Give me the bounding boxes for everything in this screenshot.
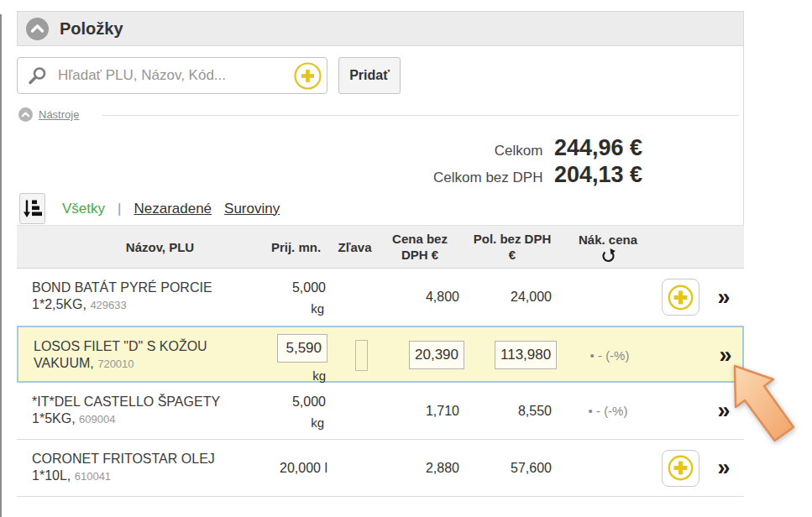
tools-toggle[interactable]: Nástroje xyxy=(18,107,79,122)
tools-divider xyxy=(102,115,739,116)
search-box xyxy=(17,57,327,94)
plus-icon xyxy=(668,455,694,481)
search-input[interactable] xyxy=(56,66,327,85)
qty-unit: kg xyxy=(256,301,326,316)
collapse-tools-icon xyxy=(18,107,33,122)
total-value: 244,96 € xyxy=(554,135,642,160)
column-header-unit-price: Cena bez DPH € xyxy=(374,231,466,263)
tab-separator: | xyxy=(118,201,121,217)
discount-input[interactable] xyxy=(355,340,368,371)
expand-row-chevron[interactable]: » xyxy=(719,344,731,367)
qty-cell: 5,000 kg xyxy=(256,383,336,439)
purchase-price-cell xyxy=(558,269,657,326)
qty-cell: kg xyxy=(258,327,338,383)
item-name: LOSOS FILET "D" S KOŽOU xyxy=(34,338,258,355)
item-plu: 429633 xyxy=(90,299,126,311)
item-name: BOND BATÁT PYRÉ PORCIE xyxy=(32,279,256,296)
expand-row-cell: » xyxy=(705,327,746,383)
item-detail: 1*10L, 610041 xyxy=(32,467,256,485)
table-row[interactable]: CORONET FRITOSTAR OLEJ 1*10L, 610041 20,… xyxy=(17,440,744,497)
unit-price-value: 1,710 xyxy=(374,383,466,439)
qty-input[interactable] xyxy=(277,334,327,363)
add-button[interactable]: Pridať xyxy=(338,57,401,94)
expand-row-chevron[interactable]: » xyxy=(717,286,730,309)
search-icon xyxy=(28,65,48,86)
tab-unsorted[interactable]: Nezaradené xyxy=(134,201,212,217)
item-name: CORONET FRITOSTAR OLEJ xyxy=(32,451,256,467)
collapse-panel-icon[interactable] xyxy=(26,18,49,40)
refresh-icon[interactable] xyxy=(601,248,616,263)
qty-value: 5,000 xyxy=(256,280,326,295)
window-left-edge xyxy=(0,14,2,517)
sort-button[interactable] xyxy=(19,193,45,224)
unit-price-input[interactable] xyxy=(409,341,464,369)
purchase-price-cell: • - (-%) xyxy=(560,327,659,383)
total-label: Celkom xyxy=(495,143,543,159)
discount-cell xyxy=(338,327,375,383)
unit-price-value: 4,800 xyxy=(374,269,466,326)
line-total-input[interactable] xyxy=(495,341,557,369)
item-plu: 609004 xyxy=(79,413,115,426)
page-title: Položky xyxy=(60,19,123,39)
item-name-cell: BOND BATÁT PYRÉ PORCIE 1*2,5KG, 429633 xyxy=(17,269,256,326)
unit-price-cell xyxy=(375,327,468,383)
discount-cell xyxy=(336,269,374,326)
tools-label[interactable]: Nástroje xyxy=(39,108,79,121)
qty-unit: kg xyxy=(256,415,326,430)
item-plu: 720010 xyxy=(97,358,134,370)
discount-cell xyxy=(336,383,374,439)
line-total-cell xyxy=(468,327,560,383)
total-no-vat-line: Celkom bez DPH 204,13 € xyxy=(17,162,642,188)
tab-raw-materials[interactable]: Suroviny xyxy=(224,201,280,217)
table-row-selected[interactable]: LOSOS FILET "D" S KOŽOU VAKUUM, 720010 k… xyxy=(17,326,744,383)
line-total-value: 8,550 xyxy=(466,383,558,439)
line-total-value: 24,000 xyxy=(466,269,558,326)
qty-value: 5,000 xyxy=(256,394,326,410)
items-table: Názov, PLU Prij. mn. Zľava Cena bez DPH … xyxy=(17,225,744,497)
column-header-line-total: Pol. bez DPH € xyxy=(466,231,558,263)
purchase-price-cell: • - (-%) xyxy=(558,383,657,439)
plus-icon xyxy=(668,285,694,311)
item-detail: 1*2,5KG, 429633 xyxy=(32,296,256,314)
column-header-qty: Prij. mn. xyxy=(256,239,336,255)
panel-header: Položky xyxy=(17,11,744,46)
qty-cell: 5,000 kg xyxy=(256,269,336,326)
discount-cell xyxy=(336,440,374,496)
qty-value: 20,000 l xyxy=(280,461,327,476)
expand-row-cell: » xyxy=(704,269,744,326)
expand-row-cell: » xyxy=(704,383,744,439)
purchase-price-cell xyxy=(558,440,657,496)
column-header-purchase: Nák. cena xyxy=(558,232,657,263)
quick-add-button[interactable] xyxy=(294,62,322,90)
expand-row-cell: » xyxy=(704,440,744,496)
table-row[interactable]: BOND BATÁT PYRÉ PORCIE 1*2,5KG, 429633 5… xyxy=(17,269,744,326)
column-header-name: Názov, PLU xyxy=(17,239,256,255)
expand-row-chevron[interactable]: » xyxy=(717,400,730,422)
item-detail: VAKUUM, 720010 xyxy=(34,355,258,373)
add-cell xyxy=(659,327,705,383)
qty-unit: kg xyxy=(258,368,327,383)
sort-icon xyxy=(23,198,42,219)
tab-all[interactable]: Všetky xyxy=(62,201,105,217)
total-no-vat-value: 204,13 € xyxy=(554,162,642,187)
filter-tabs: Všetky | Nezaradené Suroviny xyxy=(62,193,280,224)
table-header-row: Názov, PLU Prij. mn. Zľava Cena bez DPH … xyxy=(17,225,744,269)
expand-row-chevron[interactable]: » xyxy=(717,457,730,479)
item-name: *IT*DEL CASTELLO ŠPAGETY xyxy=(32,394,256,410)
item-name-cell: LOSOS FILET "D" S KOŽOU VAKUUM, 720010 xyxy=(18,327,258,383)
item-name-cell: CORONET FRITOSTAR OLEJ 1*10L, 610041 xyxy=(17,440,256,496)
qty-cell: 20,000 l xyxy=(256,440,336,496)
add-cell xyxy=(657,440,704,496)
total-line: Celkom 244,96 € xyxy=(17,135,642,161)
total-no-vat-label: Celkom bez DPH xyxy=(433,170,542,185)
add-item-button[interactable] xyxy=(662,279,699,316)
item-name-cell: *IT*DEL CASTELLO ŠPAGETY 1*5KG, 609004 xyxy=(17,383,256,439)
totals-block: Celkom 244,96 € Celkom bez DPH 204,13 € xyxy=(17,135,642,189)
item-plu: 610041 xyxy=(75,470,111,483)
add-cell xyxy=(657,269,704,326)
add-item-button[interactable] xyxy=(662,450,699,487)
item-detail: 1*5KG, 609004 xyxy=(32,410,256,428)
table-row[interactable]: *IT*DEL CASTELLO ŠPAGETY 1*5KG, 609004 5… xyxy=(17,383,744,440)
line-total-value: 57,600 xyxy=(466,440,558,496)
unit-price-value: 2,880 xyxy=(374,440,466,496)
